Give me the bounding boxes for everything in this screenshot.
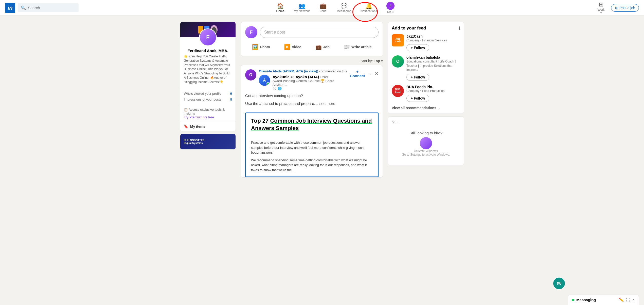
- profile-stats: Who's viewed your profile 9 Impressions …: [180, 88, 236, 105]
- bookmark-icon: 🔖: [184, 124, 188, 129]
- poster-time: 4d 🌐: [273, 87, 348, 90]
- header: in 🔍 🏠 Home 👥 My Network 💼 Jobs 💬 Messag…: [0, 0, 644, 16]
- avatar-inner: F: [200, 29, 216, 45]
- body-line2-text: Use the attached to practice and prepare…: [245, 101, 315, 106]
- rec-industry-bua: Food Production: [422, 89, 444, 93]
- post-text-line1: Got an Interview coming up soon?: [245, 93, 379, 99]
- post-header-left: O Olamide Alade (ACIPM, ACA (in view)) c…: [245, 69, 348, 90]
- post-input[interactable]: Start a post: [260, 27, 379, 38]
- view-all-recommendations[interactable]: View all recommendations →: [392, 106, 460, 110]
- nav-item-home[interactable]: 🏠 Home: [271, 1, 289, 15]
- bua-logo: BUAfood: [392, 85, 404, 97]
- nav-item-work[interactable]: ⊞ Work ▾: [592, 0, 610, 16]
- poster-row: A Ayokunle O. Ayoko (AOA) • 2nd Award-Wi…: [259, 75, 348, 90]
- nav-item-jobs[interactable]: 💼 Jobs: [314, 1, 332, 15]
- post-action-photo[interactable]: 🖼️ Photo: [249, 42, 273, 52]
- rec-info-bua: BUA Foods Plc. Company • Food Production…: [406, 85, 460, 102]
- stat-row-views[interactable]: Who's viewed your profile 9: [184, 91, 232, 97]
- post-more-button[interactable]: ···: [368, 71, 373, 77]
- post-image-title: Top 27 Common Job Interview Questions an…: [251, 117, 373, 132]
- collapse-button[interactable]: ∧: [632, 297, 635, 302]
- nav-item-messaging[interactable]: 💬 Messaging: [332, 1, 356, 15]
- nav-item-notifications[interactable]: 🔔 Notifications: [356, 1, 382, 15]
- olamilekan-letter: O: [396, 59, 399, 64]
- stat-row-impressions[interactable]: Impressions of your posts 8: [184, 97, 232, 102]
- search-input[interactable]: [28, 6, 76, 10]
- bua-text: BUAfood: [395, 88, 401, 94]
- rec-name-olamilekan[interactable]: olamilekan babalola: [406, 55, 460, 59]
- post-input-row: F Start a post: [245, 26, 379, 38]
- ad-card: Ad ··· Still looking to hire? Activate W…: [388, 116, 464, 165]
- commenter-name[interactable]: Olamide Alade (ACIPM, ACA (in view)): [259, 69, 318, 73]
- nav-label-jobs: Jobs: [320, 9, 326, 13]
- post-action-video[interactable]: ▶️ Video: [281, 42, 305, 52]
- premium-link[interactable]: Try Premium for free: [184, 115, 214, 119]
- poster-info: Ayokunle O. Ayoko (AOA) • 2nd Award-Winn…: [273, 75, 348, 90]
- header-left: in 🔍: [5, 3, 79, 13]
- post-image: Top 27 Common Job Interview Questions an…: [245, 113, 379, 177]
- poster-name-text: Ayokunle O. Ayoko (AOA): [273, 75, 319, 79]
- commenter-action: commented on this: [319, 69, 347, 73]
- follow-button-bua[interactable]: + Follow: [406, 95, 429, 102]
- ad-more-icon[interactable]: ···: [397, 120, 400, 124]
- see-more[interactable]: ...see more: [316, 101, 335, 106]
- nav-item-me[interactable]: F Me ▾: [382, 0, 399, 16]
- floodgates-text: IP FLOODGATESDigital Systems: [184, 139, 204, 145]
- status-dot: [266, 82, 270, 85]
- post-action-job[interactable]: 💼 Job: [312, 42, 333, 52]
- premium-text: Access exclusive tools & insights: [184, 108, 225, 115]
- post-job-button[interactable]: ⊕ Post a job: [611, 4, 639, 12]
- rec-name-jazzcash[interactable]: JazzCash: [406, 34, 460, 38]
- stat-label-impressions: Impressions of your posts: [184, 98, 221, 101]
- expand-button[interactable]: ⛶: [626, 298, 630, 302]
- article-label: Write article: [351, 45, 372, 49]
- nav-label-network: My Network: [294, 9, 310, 13]
- rec-name-bua[interactable]: BUA Foods Plc.: [406, 85, 460, 89]
- ad-avatar: [420, 137, 432, 149]
- connect-button[interactable]: + Connect: [348, 69, 367, 78]
- messaging-label: Messaging: [576, 298, 596, 302]
- globe-icon: 🌐: [278, 87, 282, 90]
- search-icon: 🔍: [21, 5, 26, 10]
- post-image-header: Top 27 Common Job Interview Questions an…: [246, 113, 378, 136]
- compose-button[interactable]: ✏️: [619, 297, 624, 302]
- nav-label-messaging: Messaging: [337, 9, 351, 13]
- follow-button-jazzcash[interactable]: + Follow: [406, 44, 429, 51]
- activate-windows-text: Activate Windows Go to Settings to activ…: [392, 149, 460, 156]
- profile-banner: F: [180, 22, 236, 37]
- photo-icon: 🖼️: [252, 44, 258, 50]
- rec-info-jazzcash: JazzCash Company • Financial Services + …: [406, 34, 460, 51]
- info-icon: ℹ: [459, 26, 460, 31]
- linkedin-logo[interactable]: in: [5, 3, 15, 13]
- profile-avatar[interactable]: F: [199, 28, 217, 46]
- header-right: ⊞ Work ▾ ⊕ Post a job: [592, 0, 639, 16]
- ad-content: Still looking to hire? Activate Windows …: [392, 126, 460, 162]
- stat-value-views: 9: [230, 92, 232, 95]
- rec-item-bua: BUAfood BUA Foods Plc. Company • Food Pr…: [392, 85, 460, 102]
- post-close-button[interactable]: ✕: [375, 71, 379, 76]
- poster-avatar: A: [259, 75, 270, 86]
- image-body-text2: We recommend spending some time getting …: [251, 158, 373, 173]
- my-items[interactable]: 🔖 My items: [180, 122, 236, 131]
- rec-desc-bua: Company • Food Production: [406, 89, 460, 93]
- jobs-icon: 💼: [320, 3, 327, 9]
- nav-label-work: Work: [598, 8, 605, 11]
- poster-name[interactable]: Ayokunle O. Ayoko (AOA) • 2nd: [273, 75, 348, 79]
- rec-desc-olamilekan: Educational consultant | Life Coach | Te…: [406, 59, 460, 72]
- rec-type-jazzcash: Company: [406, 39, 419, 42]
- activate-title: Activate Windows: [392, 149, 460, 153]
- post-job-icon: ⊕: [615, 6, 618, 10]
- network-icon: 👥: [298, 3, 305, 9]
- post-action-article[interactable]: 📰 Write article: [341, 42, 375, 52]
- follow-button-olamilekan[interactable]: + Follow: [406, 74, 429, 81]
- profile-card: F Ferdinand Anok, MBA. 🌟I Can Help You C…: [180, 22, 236, 131]
- messaging-bar: Messaging ✏️ ⛶ ∧: [568, 295, 639, 305]
- profile-name[interactable]: Ferdinand Anok, MBA.: [184, 49, 232, 53]
- post-actions: 🖼️ Photo ▶️ Video 💼 Job 📰 Write article: [245, 42, 379, 52]
- nav-item-network[interactable]: 👥 My Network: [289, 1, 314, 15]
- tw-avatar[interactable]: tw: [553, 277, 565, 290]
- premium-section: 📋 Access exclusive tools & insights Try …: [180, 105, 236, 122]
- search-box[interactable]: 🔍: [18, 3, 79, 12]
- sort-value[interactable]: Top: [374, 59, 380, 63]
- messaging-actions: ✏️ ⛶ ∧: [619, 297, 635, 302]
